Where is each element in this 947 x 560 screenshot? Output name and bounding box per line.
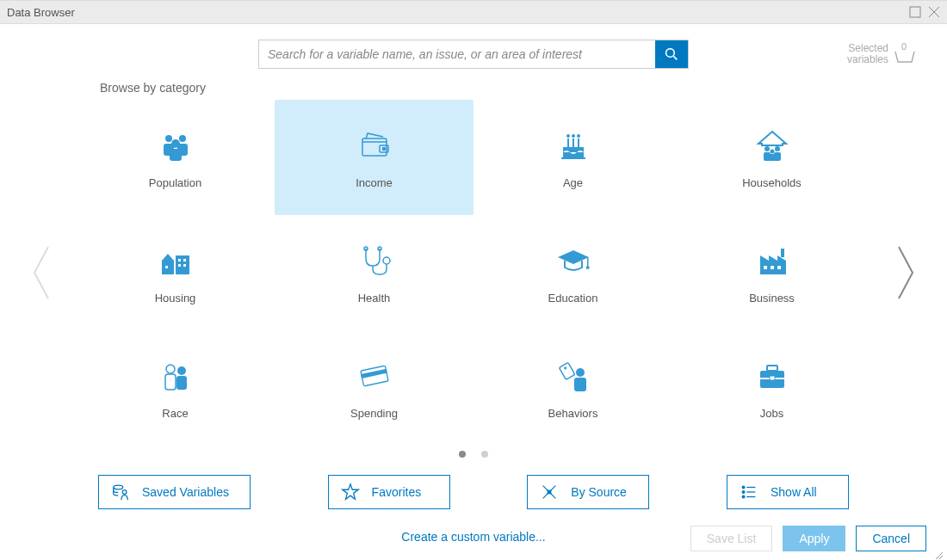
- svg-rect-18: [561, 157, 585, 159]
- svg-point-61: [742, 495, 745, 498]
- quick-actions-row: Saved Variables Favorites By Source Show…: [0, 458, 947, 509]
- selected-variables-indicator[interactable]: Selected variables 0: [847, 43, 916, 65]
- maximize-icon[interactable]: [909, 6, 921, 18]
- category-households[interactable]: Households: [672, 100, 871, 215]
- dialog-footer: Save List Apply Cancel: [690, 526, 926, 551]
- category-age[interactable]: Age: [474, 100, 672, 215]
- category-education[interactable]: Education: [474, 215, 672, 330]
- buildings-icon: [158, 243, 193, 278]
- saved-variables-label: Saved Variables: [142, 485, 229, 499]
- page-dot-2[interactable]: [481, 451, 488, 458]
- chevron-left-icon: [28, 243, 55, 302]
- category-business[interactable]: Business: [672, 215, 871, 330]
- person-tag-icon: [556, 359, 591, 393]
- favorites-button[interactable]: Favorites: [328, 475, 450, 509]
- category-housing[interactable]: Housing: [76, 215, 275, 330]
- svg-rect-41: [777, 266, 781, 269]
- close-icon[interactable]: [928, 6, 940, 18]
- category-label: Race: [162, 407, 188, 420]
- svg-point-56: [114, 485, 123, 489]
- category-health[interactable]: Health: [275, 215, 474, 330]
- svg-point-20: [775, 146, 780, 151]
- svg-rect-55: [770, 376, 775, 380]
- svg-rect-48: [559, 362, 574, 379]
- browse-by-category-label: Browse by category: [0, 69, 947, 95]
- svg-point-2: [165, 135, 172, 142]
- by-source-button[interactable]: By Source: [527, 475, 649, 509]
- house-family-icon: [755, 128, 789, 163]
- category-spending[interactable]: Spending: [275, 330, 474, 446]
- list-icon: [740, 483, 758, 502]
- svg-rect-29: [183, 259, 186, 262]
- save-list-button: Save List: [690, 526, 773, 551]
- category-race[interactable]: Race: [76, 330, 275, 446]
- search-box: [258, 40, 689, 69]
- svg-rect-43: [165, 374, 176, 390]
- carousel-next-button[interactable]: [888, 243, 923, 302]
- saved-variables-button[interactable]: Saved Variables: [98, 475, 251, 509]
- show-all-label: Show All: [771, 485, 817, 499]
- svg-rect-12: [567, 138, 569, 147]
- svg-rect-7: [170, 149, 182, 161]
- two-people-icon: [158, 359, 193, 393]
- svg-rect-0: [910, 7, 920, 17]
- chevron-right-icon: [892, 243, 919, 302]
- cancel-button[interactable]: Cancel: [856, 526, 926, 551]
- category-label: Income: [356, 176, 393, 189]
- svg-point-19: [764, 146, 770, 151]
- search-input[interactable]: [259, 40, 655, 68]
- svg-rect-31: [183, 264, 186, 267]
- basket-icon: 0: [894, 45, 916, 64]
- category-label: Population: [149, 176, 201, 189]
- category-population[interactable]: Population: [76, 100, 275, 215]
- svg-rect-45: [176, 376, 187, 390]
- svg-point-3: [179, 135, 186, 142]
- svg-point-57: [122, 490, 127, 495]
- apply-button[interactable]: Apply: [783, 526, 845, 551]
- graduation-cap-icon: [556, 243, 591, 278]
- category-label: Spending: [350, 407, 398, 420]
- category-carousel: Population Income Age Households Housing…: [0, 100, 947, 446]
- category-label: Housing: [155, 292, 196, 305]
- svg-point-21: [770, 149, 774, 153]
- selected-count: 0: [901, 41, 907, 52]
- svg-point-15: [566, 134, 570, 138]
- svg-point-50: [576, 368, 585, 377]
- svg-rect-53: [767, 366, 777, 371]
- svg-rect-26: [165, 266, 168, 268]
- category-label: Business: [749, 292, 795, 305]
- category-label: Jobs: [760, 407, 783, 420]
- svg-rect-8: [362, 138, 387, 156]
- svg-rect-24: [769, 154, 776, 161]
- show-all-button[interactable]: Show All: [727, 475, 849, 509]
- category-label: Behaviors: [548, 407, 598, 420]
- svg-point-34: [383, 257, 390, 264]
- search-button[interactable]: [655, 40, 688, 68]
- svg-rect-14: [578, 138, 579, 147]
- carousel-prev-button[interactable]: [24, 243, 59, 302]
- favorites-label: Favorites: [372, 485, 422, 499]
- category-label: Health: [358, 292, 391, 305]
- resize-handle[interactable]: [933, 548, 944, 558]
- category-income[interactable]: Income: [275, 100, 474, 215]
- credit-card-icon: [357, 359, 392, 393]
- page-dot-1[interactable]: [459, 451, 466, 458]
- svg-point-17: [577, 134, 580, 138]
- svg-rect-38: [781, 249, 784, 257]
- svg-rect-40: [771, 266, 774, 269]
- carousel-pagination: [0, 451, 947, 458]
- svg-rect-27: [176, 255, 189, 274]
- svg-point-1: [666, 49, 675, 58]
- stethoscope-icon: [357, 243, 392, 278]
- database-person-icon: [111, 483, 130, 502]
- category-jobs[interactable]: Jobs: [672, 330, 871, 446]
- birthday-cake-icon: [556, 128, 591, 163]
- selected-label-2: variables: [847, 54, 888, 65]
- search-row: Selected variables 0: [0, 40, 947, 69]
- category-behaviors[interactable]: Behaviors: [474, 330, 672, 446]
- svg-point-60: [742, 491, 745, 494]
- svg-rect-28: [178, 259, 181, 262]
- svg-point-42: [166, 365, 175, 373]
- svg-rect-51: [574, 378, 586, 391]
- briefcase-icon: [755, 359, 789, 393]
